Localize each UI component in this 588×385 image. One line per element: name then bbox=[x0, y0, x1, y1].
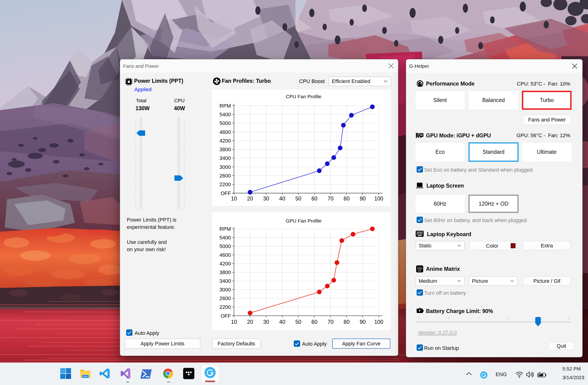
svg-text:3400: 3400 bbox=[219, 155, 231, 161]
svg-text:100: 100 bbox=[374, 195, 383, 202]
svg-text:2600: 2600 bbox=[219, 173, 231, 179]
svg-text:4600: 4600 bbox=[219, 252, 231, 258]
svg-text:30: 30 bbox=[263, 319, 269, 325]
svg-text:GPU Fan Profile: GPU Fan Profile bbox=[286, 218, 322, 223]
svg-text:2600: 2600 bbox=[219, 296, 231, 301]
svg-text:100: 100 bbox=[374, 319, 383, 325]
svg-text:20: 20 bbox=[247, 195, 253, 202]
svg-text:70: 70 bbox=[328, 319, 334, 325]
svg-text:10: 10 bbox=[231, 195, 237, 202]
svg-text:5000: 5000 bbox=[219, 120, 231, 126]
svg-text:50: 50 bbox=[295, 195, 301, 202]
svg-text:3800: 3800 bbox=[219, 147, 231, 152]
svg-text:40: 40 bbox=[279, 195, 285, 202]
svg-text:40: 40 bbox=[279, 319, 285, 325]
svg-text:70: 70 bbox=[328, 195, 334, 202]
svg-text:3400: 3400 bbox=[219, 278, 231, 284]
svg-text:80: 80 bbox=[344, 319, 350, 325]
svg-text:RPM: RPM bbox=[219, 226, 231, 232]
svg-text:4600: 4600 bbox=[219, 129, 231, 135]
svg-text:5400: 5400 bbox=[219, 112, 231, 117]
svg-text:5000: 5000 bbox=[219, 243, 231, 249]
svg-text:5400: 5400 bbox=[219, 235, 231, 241]
svg-text:10: 10 bbox=[231, 319, 237, 325]
svg-text:60: 60 bbox=[311, 319, 317, 325]
svg-text:90: 90 bbox=[360, 319, 366, 325]
svg-text:30: 30 bbox=[263, 195, 269, 202]
svg-text:CPU Fan Profile: CPU Fan Profile bbox=[286, 94, 321, 99]
svg-text:2200: 2200 bbox=[219, 181, 231, 187]
svg-text:20: 20 bbox=[247, 319, 253, 325]
svg-text:OFF: OFF bbox=[221, 190, 231, 196]
svg-text:60: 60 bbox=[311, 195, 317, 202]
svg-text:2200: 2200 bbox=[219, 304, 231, 310]
svg-text:3000: 3000 bbox=[219, 287, 231, 293]
svg-text:3000: 3000 bbox=[219, 164, 231, 170]
svg-text:4200: 4200 bbox=[219, 138, 231, 144]
svg-text:50: 50 bbox=[295, 319, 301, 325]
svg-text:3800: 3800 bbox=[219, 269, 231, 275]
svg-text:OFF: OFF bbox=[221, 313, 231, 319]
svg-text:RPM: RPM bbox=[219, 103, 231, 109]
svg-text:4200: 4200 bbox=[219, 261, 231, 267]
svg-text:80: 80 bbox=[344, 195, 350, 202]
svg-text:90: 90 bbox=[360, 195, 366, 202]
